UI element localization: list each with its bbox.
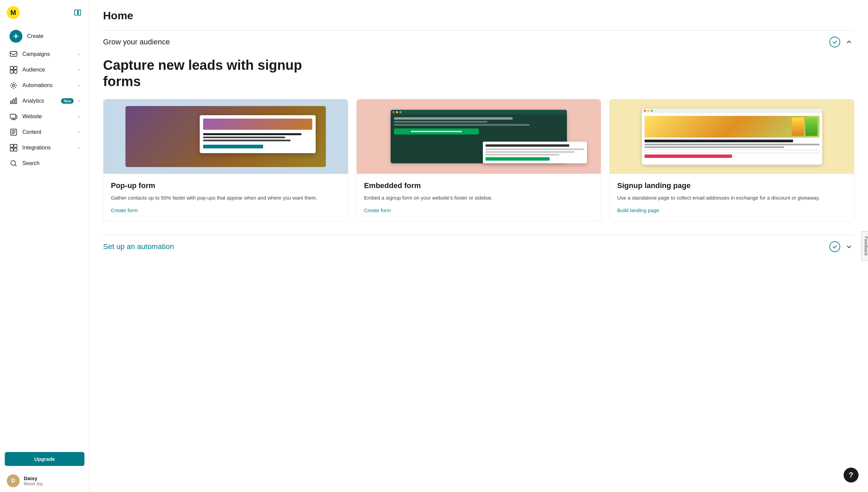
grow-section-title: Grow your audience bbox=[103, 38, 170, 46]
svg-rect-4 bbox=[10, 52, 17, 56]
popup-form-link[interactable]: Create form bbox=[111, 207, 138, 213]
automations-chevron: › bbox=[78, 83, 80, 88]
sidebar-item-label-campaigns: Campaigns bbox=[22, 51, 74, 57]
website-chevron: › bbox=[78, 114, 80, 119]
grow-section-header: Grow your audience bbox=[103, 30, 854, 51]
feedback-tab[interactable]: Feedback bbox=[861, 231, 868, 261]
svg-rect-12 bbox=[15, 98, 17, 104]
svg-rect-3 bbox=[78, 10, 81, 15]
main-content: Home Grow your audience Capture new lead… bbox=[90, 0, 868, 492]
integrations-chevron: › bbox=[78, 145, 80, 150]
integrations-icon bbox=[9, 144, 18, 152]
sidebar-item-label-automations: Automations bbox=[22, 82, 74, 88]
popup-form-desc: Gather contacts up to 50% faster with po… bbox=[111, 194, 340, 202]
sidebar-item-label-integrations: Integrations bbox=[22, 145, 74, 151]
svg-rect-10 bbox=[11, 101, 12, 104]
svg-rect-8 bbox=[14, 70, 17, 73]
embedded-form-image bbox=[357, 99, 601, 174]
hero-text: Capture new leads with signup forms bbox=[103, 57, 307, 89]
audience-chevron: › bbox=[78, 67, 80, 72]
automation-expand-button[interactable] bbox=[844, 241, 854, 252]
embedded-form-body: Embedded form Embed a signup form on you… bbox=[357, 174, 601, 221]
upgrade-button[interactable]: Upgrade bbox=[5, 452, 84, 466]
content-chevron: › bbox=[78, 130, 80, 135]
svg-rect-13 bbox=[10, 114, 16, 118]
popup-form-card[interactable]: Pop-up form Gather contacts up to 50% fa… bbox=[103, 99, 348, 221]
svg-rect-6 bbox=[14, 66, 17, 69]
embedded-form-card[interactable]: Embedded form Embed a signup form on you… bbox=[356, 99, 601, 221]
sidebar-item-search[interactable]: Search bbox=[3, 156, 86, 171]
campaigns-chevron: › bbox=[78, 52, 80, 57]
sidebar-item-label-create: Create bbox=[27, 33, 80, 39]
svg-rect-2 bbox=[75, 10, 78, 15]
sidebar-item-campaigns[interactable]: Campaigns › bbox=[3, 47, 86, 62]
automation-section-header: Set up an automation bbox=[103, 235, 854, 255]
automation-section-title[interactable]: Set up an automation bbox=[103, 242, 174, 251]
sidebar-item-website[interactable]: Website › bbox=[3, 109, 86, 124]
svg-rect-17 bbox=[10, 148, 13, 151]
svg-rect-16 bbox=[14, 144, 17, 147]
automation-check-button[interactable] bbox=[829, 241, 840, 252]
sidebar-item-label-website: Website bbox=[22, 114, 74, 120]
embedded-form-title: Embedded form bbox=[364, 181, 594, 190]
signup-landing-card[interactable]: Signup landing page Use a standalone pag… bbox=[609, 99, 854, 221]
sidebar-item-integrations[interactable]: Integrations › bbox=[3, 140, 86, 155]
svg-point-19 bbox=[11, 161, 16, 165]
audience-icon bbox=[9, 66, 18, 74]
signup-landing-link[interactable]: Build landing page bbox=[617, 207, 659, 213]
sidebar: M Create Campaigns bbox=[0, 0, 90, 492]
sidebar-item-label-search: Search bbox=[22, 160, 80, 166]
user-org: Mood Joy bbox=[24, 481, 43, 486]
svg-rect-11 bbox=[13, 99, 14, 104]
analytics-chevron: › bbox=[78, 99, 80, 103]
content-icon bbox=[9, 128, 18, 136]
sidebar-item-audience[interactable]: Audience › bbox=[3, 62, 86, 77]
svg-rect-15 bbox=[10, 144, 13, 147]
svg-rect-5 bbox=[10, 66, 13, 69]
user-section[interactable]: D Daisy Mood Joy bbox=[0, 469, 89, 492]
svg-rect-18 bbox=[14, 148, 17, 151]
signup-landing-body: Signup landing page Use a standalone pag… bbox=[610, 174, 854, 221]
sidebar-item-label-analytics: Analytics bbox=[22, 98, 55, 104]
user-name: Daisy bbox=[24, 475, 43, 481]
sidebar-item-automations[interactable]: Automations › bbox=[3, 78, 86, 93]
grow-section-controls bbox=[829, 37, 854, 47]
sidebar-top: M bbox=[0, 0, 89, 22]
popup-form-image bbox=[103, 99, 348, 174]
user-info: Daisy Mood Joy bbox=[24, 475, 43, 486]
svg-text:M: M bbox=[11, 9, 16, 16]
nav-items: Create Campaigns › A bbox=[0, 22, 89, 449]
sidebar-item-label-audience: Audience bbox=[22, 67, 74, 73]
embedded-form-desc: Embed a signup form on your website's fo… bbox=[364, 194, 594, 202]
website-icon bbox=[9, 112, 18, 121]
create-icon bbox=[9, 30, 22, 43]
embedded-form-link[interactable]: Create form bbox=[364, 207, 391, 213]
sidebar-item-content[interactable]: Content › bbox=[3, 125, 86, 140]
mailchimp-logo[interactable]: M bbox=[7, 6, 20, 19]
help-button[interactable]: ? bbox=[844, 468, 859, 483]
signup-landing-desc: Use a standalone page to collect email a… bbox=[617, 194, 847, 202]
avatar: D bbox=[7, 474, 20, 487]
svg-point-9 bbox=[13, 84, 15, 86]
grow-check-button[interactable] bbox=[829, 37, 840, 47]
svg-rect-7 bbox=[10, 70, 13, 73]
popup-form-title: Pop-up form bbox=[111, 181, 340, 190]
sidebar-item-create[interactable]: Create bbox=[3, 26, 86, 46]
cards-grid: Pop-up form Gather contacts up to 50% fa… bbox=[103, 99, 854, 221]
signup-landing-image bbox=[610, 99, 854, 174]
analytics-new-badge: New bbox=[61, 98, 74, 104]
search-icon bbox=[9, 159, 18, 167]
sidebar-item-analytics[interactable]: Analytics New › bbox=[3, 94, 86, 108]
automations-icon bbox=[9, 81, 18, 89]
automation-section-controls bbox=[829, 241, 854, 252]
analytics-icon bbox=[9, 97, 18, 105]
page-title: Home bbox=[103, 9, 854, 22]
sidebar-toggle-button[interactable] bbox=[73, 8, 82, 17]
signup-landing-title: Signup landing page bbox=[617, 181, 847, 190]
grow-collapse-button[interactable] bbox=[844, 37, 854, 47]
popup-form-body: Pop-up form Gather contacts up to 50% fa… bbox=[103, 174, 348, 221]
sidebar-item-label-content: Content bbox=[22, 129, 74, 135]
campaigns-icon bbox=[9, 50, 18, 58]
